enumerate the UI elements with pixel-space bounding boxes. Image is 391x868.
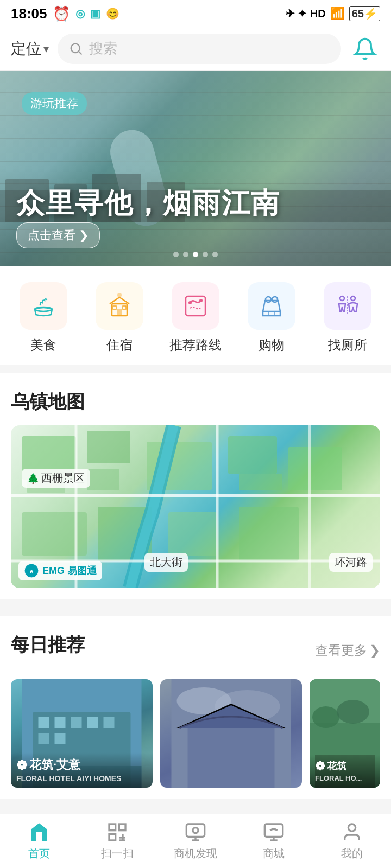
- svg-rect-62: [119, 824, 125, 831]
- svg-rect-28: [168, 512, 217, 556]
- nav-scan-label: 扫一扫: [101, 846, 134, 861]
- svg-point-17: [272, 297, 278, 302]
- map-label-west: 🌲 西栅景区: [22, 469, 90, 488]
- nav-home[interactable]: 首页: [0, 814, 78, 868]
- header: 定位 ▾ 搜索: [0, 27, 391, 71]
- banner-image: 游玩推荐 众里寻他，烟雨江南 点击查看 ❯: [0, 71, 391, 266]
- nav-scan[interactable]: 扫一扫: [78, 814, 156, 868]
- svg-rect-11: [123, 306, 126, 309]
- card-1-image: ❁ 花筑·艾意 FLORAL HOTEL AIYI HOMES: [11, 679, 153, 788]
- card-3-overlay: ❁ 花筑 FLORAL HO...: [310, 755, 380, 788]
- svg-rect-47: [39, 733, 49, 744]
- svg-point-7: [35, 307, 52, 311]
- shop-icon: [257, 292, 286, 320]
- toilet-label: 找厕所: [328, 336, 367, 354]
- card-1-logo-text: ❁ 花筑·艾意 FLORAL HOTEL AIYI HOMES: [16, 757, 147, 783]
- svg-rect-36: [87, 469, 119, 490]
- svg-rect-68: [186, 824, 204, 837]
- app-icon-2: 😊: [106, 7, 119, 20]
- svg-rect-44: [71, 717, 82, 728]
- scan-icon: [106, 821, 128, 843]
- nav-mall[interactable]: 商城: [235, 814, 313, 868]
- map-section: 乌镇地图: [0, 373, 391, 599]
- shop-label: 购物: [258, 336, 285, 354]
- nav-profile[interactable]: 我的: [313, 814, 391, 868]
- battery-icon: 65⚡: [349, 6, 380, 21]
- svg-rect-48: [55, 733, 66, 744]
- dot-3: [193, 252, 198, 257]
- svg-point-16: [266, 297, 271, 302]
- category-hotel[interactable]: 住宿: [81, 282, 157, 354]
- discover-icon: [185, 821, 206, 843]
- svg-point-18: [340, 296, 344, 301]
- location-arrow-icon: ▾: [43, 42, 49, 55]
- recommend-title: 每日推荐: [11, 633, 85, 658]
- svg-rect-13: [186, 296, 205, 316]
- svg-point-15: [199, 299, 203, 302]
- card-2-image: [160, 679, 302, 788]
- location-button[interactable]: 定位 ▾: [11, 39, 49, 59]
- arrow-icon: ❯: [79, 228, 89, 242]
- wifi-icon: 📶: [330, 7, 345, 21]
- location-active-icon: ◎: [75, 7, 85, 20]
- dot-4: [203, 252, 208, 257]
- chevron-right-icon: ❯: [369, 643, 380, 658]
- category-toilet[interactable]: 找厕所: [310, 282, 386, 354]
- cards-row: ❁ 花筑·艾意 FLORAL HOTEL AIYI HOMES: [11, 679, 380, 788]
- banner[interactable]: 游玩推荐 众里寻他，烟雨江南 点击查看 ❯: [0, 71, 391, 266]
- svg-line-1: [79, 52, 81, 54]
- category-grid: 美食 住宿: [5, 282, 386, 354]
- nav-profile-label: 我的: [341, 846, 363, 861]
- recommend-card-3[interactable]: ❁ 花筑 FLORAL HO...: [310, 679, 380, 788]
- food-icon-wrap: [20, 282, 67, 330]
- banner-cta-button[interactable]: 点击查看 ❯: [16, 222, 100, 248]
- mall-icon: [263, 821, 285, 843]
- map-container[interactable]: 🌲 西栅景区 北大街 环河路 e EMG 易图通: [11, 425, 380, 588]
- category-shop[interactable]: 购物: [234, 282, 310, 354]
- svg-rect-43: [55, 717, 66, 728]
- category-food[interactable]: 美食: [5, 282, 81, 354]
- home-icon: [28, 821, 50, 843]
- banner-tag: 游玩推荐: [22, 92, 87, 115]
- notification-button[interactable]: [350, 34, 380, 64]
- svg-text:e: e: [30, 569, 33, 575]
- dot-2: [183, 252, 188, 257]
- more-link[interactable]: 查看更多 ❯: [315, 642, 380, 659]
- hotel-icon-wrap: [96, 282, 143, 330]
- svg-rect-24: [228, 436, 277, 474]
- card-3-logo-text: ❁ 花筑 FLORAL HO...: [315, 759, 375, 783]
- route-icon-wrap: [172, 282, 219, 330]
- hotel-label: 住宿: [106, 336, 133, 354]
- route-label: 推荐路线: [169, 336, 222, 354]
- svg-rect-63: [109, 834, 116, 840]
- food-icon: [29, 292, 58, 320]
- recommend-section: 每日推荐 查看更多 ❯: [0, 616, 391, 799]
- search-bar[interactable]: 搜索: [58, 34, 341, 64]
- toilet-icon: [333, 292, 362, 320]
- toilet-icon-wrap: [324, 282, 371, 330]
- status-bar: 18:05 ⏰ ◎ ▣ 😊 ✈ ✦ HD 📶 65⚡: [0, 0, 391, 27]
- card-3-image: ❁ 花筑 FLORAL HO...: [310, 679, 380, 788]
- svg-rect-37: [239, 474, 282, 490]
- svg-point-75: [348, 824, 355, 831]
- hotel-icon: [105, 292, 134, 320]
- map-label-north: 北大街: [144, 553, 188, 572]
- recommend-card-2[interactable]: [160, 679, 302, 788]
- app-icon-1: ▣: [90, 7, 100, 20]
- status-time-area: 18:05 ⏰ ◎ ▣ 😊: [11, 5, 119, 22]
- alarm-icon: ⏰: [53, 5, 70, 22]
- emg-icon: e: [24, 563, 39, 578]
- svg-rect-9: [117, 309, 122, 316]
- bottom-nav: 首页 扫一扫 商机发现 商城 我的: [0, 814, 391, 868]
- recommend-card-1[interactable]: ❁ 花筑·艾意 FLORAL HOTEL AIYI HOMES: [11, 679, 153, 788]
- recommend-header: 每日推荐 查看更多 ❯: [11, 633, 380, 668]
- category-route[interactable]: 推荐路线: [157, 282, 234, 354]
- dot-1: [173, 252, 179, 257]
- svg-rect-45: [87, 717, 98, 728]
- nav-discover[interactable]: 商机发现: [156, 814, 235, 868]
- signal-icon: ✈ ✦ HD: [286, 7, 326, 20]
- status-time: 18:05: [11, 5, 47, 22]
- nav-home-label: 首页: [28, 846, 50, 861]
- bell-icon: [353, 37, 377, 61]
- svg-rect-22: [87, 431, 130, 463]
